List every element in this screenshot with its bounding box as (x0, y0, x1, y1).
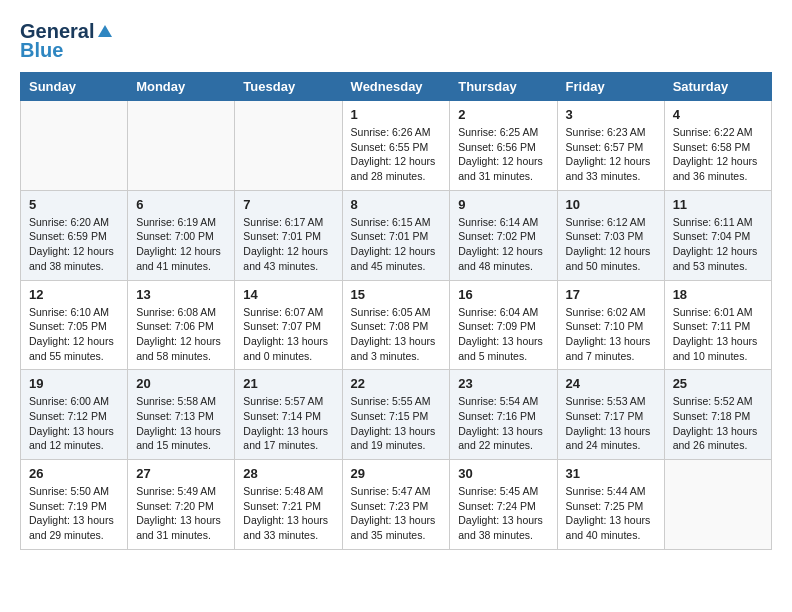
day-number: 29 (351, 466, 442, 481)
day-info: Sunrise: 6:17 AM Sunset: 7:01 PM Dayligh… (243, 215, 333, 274)
day-number: 1 (351, 107, 442, 122)
day-number: 21 (243, 376, 333, 391)
day-info: Sunrise: 5:50 AM Sunset: 7:19 PM Dayligh… (29, 484, 119, 543)
calendar-cell (21, 101, 128, 191)
logo: General Blue (20, 20, 114, 62)
calendar-cell: 2Sunrise: 6:25 AM Sunset: 6:56 PM Daylig… (450, 101, 557, 191)
calendar-cell: 22Sunrise: 5:55 AM Sunset: 7:15 PM Dayli… (342, 370, 450, 460)
day-info: Sunrise: 6:01 AM Sunset: 7:11 PM Dayligh… (673, 305, 763, 364)
calendar-cell: 3Sunrise: 6:23 AM Sunset: 6:57 PM Daylig… (557, 101, 664, 191)
day-number: 2 (458, 107, 548, 122)
week-row-2: 5Sunrise: 6:20 AM Sunset: 6:59 PM Daylig… (21, 190, 772, 280)
day-number: 15 (351, 287, 442, 302)
day-number: 14 (243, 287, 333, 302)
calendar-cell: 9Sunrise: 6:14 AM Sunset: 7:02 PM Daylig… (450, 190, 557, 280)
day-info: Sunrise: 6:10 AM Sunset: 7:05 PM Dayligh… (29, 305, 119, 364)
day-info: Sunrise: 6:14 AM Sunset: 7:02 PM Dayligh… (458, 215, 548, 274)
day-info: Sunrise: 5:54 AM Sunset: 7:16 PM Dayligh… (458, 394, 548, 453)
page-header: General Blue (20, 20, 772, 62)
week-row-1: 1Sunrise: 6:26 AM Sunset: 6:55 PM Daylig… (21, 101, 772, 191)
day-info: Sunrise: 6:08 AM Sunset: 7:06 PM Dayligh… (136, 305, 226, 364)
day-number: 23 (458, 376, 548, 391)
day-number: 27 (136, 466, 226, 481)
calendar-cell: 6Sunrise: 6:19 AM Sunset: 7:00 PM Daylig… (128, 190, 235, 280)
day-info: Sunrise: 6:23 AM Sunset: 6:57 PM Dayligh… (566, 125, 656, 184)
day-number: 20 (136, 376, 226, 391)
day-info: Sunrise: 5:57 AM Sunset: 7:14 PM Dayligh… (243, 394, 333, 453)
day-info: Sunrise: 5:53 AM Sunset: 7:17 PM Dayligh… (566, 394, 656, 453)
weekday-saturday: Saturday (664, 73, 771, 101)
calendar-cell: 15Sunrise: 6:05 AM Sunset: 7:08 PM Dayli… (342, 280, 450, 370)
calendar-cell (664, 460, 771, 550)
calendar-cell: 5Sunrise: 6:20 AM Sunset: 6:59 PM Daylig… (21, 190, 128, 280)
day-info: Sunrise: 6:02 AM Sunset: 7:10 PM Dayligh… (566, 305, 656, 364)
day-number: 4 (673, 107, 763, 122)
calendar-cell: 31Sunrise: 5:44 AM Sunset: 7:25 PM Dayli… (557, 460, 664, 550)
day-info: Sunrise: 6:22 AM Sunset: 6:58 PM Dayligh… (673, 125, 763, 184)
logo-icon (96, 23, 114, 41)
calendar-cell: 17Sunrise: 6:02 AM Sunset: 7:10 PM Dayli… (557, 280, 664, 370)
day-info: Sunrise: 5:49 AM Sunset: 7:20 PM Dayligh… (136, 484, 226, 543)
calendar-cell: 14Sunrise: 6:07 AM Sunset: 7:07 PM Dayli… (235, 280, 342, 370)
logo-blue: Blue (20, 39, 63, 62)
day-info: Sunrise: 6:07 AM Sunset: 7:07 PM Dayligh… (243, 305, 333, 364)
day-info: Sunrise: 6:19 AM Sunset: 7:00 PM Dayligh… (136, 215, 226, 274)
day-number: 12 (29, 287, 119, 302)
day-info: Sunrise: 5:44 AM Sunset: 7:25 PM Dayligh… (566, 484, 656, 543)
calendar-cell: 10Sunrise: 6:12 AM Sunset: 7:03 PM Dayli… (557, 190, 664, 280)
svg-marker-0 (98, 25, 112, 37)
calendar-cell: 11Sunrise: 6:11 AM Sunset: 7:04 PM Dayli… (664, 190, 771, 280)
day-number: 30 (458, 466, 548, 481)
day-info: Sunrise: 5:55 AM Sunset: 7:15 PM Dayligh… (351, 394, 442, 453)
weekday-sunday: Sunday (21, 73, 128, 101)
day-number: 31 (566, 466, 656, 481)
weekday-monday: Monday (128, 73, 235, 101)
weekday-wednesday: Wednesday (342, 73, 450, 101)
calendar-cell: 21Sunrise: 5:57 AM Sunset: 7:14 PM Dayli… (235, 370, 342, 460)
day-info: Sunrise: 5:47 AM Sunset: 7:23 PM Dayligh… (351, 484, 442, 543)
calendar-cell: 12Sunrise: 6:10 AM Sunset: 7:05 PM Dayli… (21, 280, 128, 370)
day-info: Sunrise: 6:04 AM Sunset: 7:09 PM Dayligh… (458, 305, 548, 364)
day-number: 3 (566, 107, 656, 122)
calendar-cell: 23Sunrise: 5:54 AM Sunset: 7:16 PM Dayli… (450, 370, 557, 460)
day-number: 26 (29, 466, 119, 481)
day-number: 9 (458, 197, 548, 212)
day-number: 16 (458, 287, 548, 302)
day-number: 19 (29, 376, 119, 391)
calendar-cell: 1Sunrise: 6:26 AM Sunset: 6:55 PM Daylig… (342, 101, 450, 191)
day-number: 10 (566, 197, 656, 212)
calendar-cell: 25Sunrise: 5:52 AM Sunset: 7:18 PM Dayli… (664, 370, 771, 460)
calendar-cell: 28Sunrise: 5:48 AM Sunset: 7:21 PM Dayli… (235, 460, 342, 550)
weekday-tuesday: Tuesday (235, 73, 342, 101)
day-number: 28 (243, 466, 333, 481)
day-number: 17 (566, 287, 656, 302)
day-info: Sunrise: 6:20 AM Sunset: 6:59 PM Dayligh… (29, 215, 119, 274)
calendar-cell: 20Sunrise: 5:58 AM Sunset: 7:13 PM Dayli… (128, 370, 235, 460)
calendar-cell: 27Sunrise: 5:49 AM Sunset: 7:20 PM Dayli… (128, 460, 235, 550)
day-info: Sunrise: 6:25 AM Sunset: 6:56 PM Dayligh… (458, 125, 548, 184)
week-row-3: 12Sunrise: 6:10 AM Sunset: 7:05 PM Dayli… (21, 280, 772, 370)
day-number: 7 (243, 197, 333, 212)
weekday-thursday: Thursday (450, 73, 557, 101)
day-info: Sunrise: 6:26 AM Sunset: 6:55 PM Dayligh… (351, 125, 442, 184)
day-number: 18 (673, 287, 763, 302)
calendar-cell: 8Sunrise: 6:15 AM Sunset: 7:01 PM Daylig… (342, 190, 450, 280)
day-number: 11 (673, 197, 763, 212)
day-number: 25 (673, 376, 763, 391)
calendar-cell: 4Sunrise: 6:22 AM Sunset: 6:58 PM Daylig… (664, 101, 771, 191)
calendar-cell: 30Sunrise: 5:45 AM Sunset: 7:24 PM Dayli… (450, 460, 557, 550)
day-info: Sunrise: 5:58 AM Sunset: 7:13 PM Dayligh… (136, 394, 226, 453)
calendar-cell: 26Sunrise: 5:50 AM Sunset: 7:19 PM Dayli… (21, 460, 128, 550)
day-info: Sunrise: 6:00 AM Sunset: 7:12 PM Dayligh… (29, 394, 119, 453)
calendar-cell: 24Sunrise: 5:53 AM Sunset: 7:17 PM Dayli… (557, 370, 664, 460)
weekday-friday: Friday (557, 73, 664, 101)
day-number: 5 (29, 197, 119, 212)
day-info: Sunrise: 6:15 AM Sunset: 7:01 PM Dayligh… (351, 215, 442, 274)
calendar-cell: 7Sunrise: 6:17 AM Sunset: 7:01 PM Daylig… (235, 190, 342, 280)
day-number: 13 (136, 287, 226, 302)
calendar-cell: 16Sunrise: 6:04 AM Sunset: 7:09 PM Dayli… (450, 280, 557, 370)
day-info: Sunrise: 5:48 AM Sunset: 7:21 PM Dayligh… (243, 484, 333, 543)
calendar-cell (235, 101, 342, 191)
day-number: 6 (136, 197, 226, 212)
day-number: 22 (351, 376, 442, 391)
